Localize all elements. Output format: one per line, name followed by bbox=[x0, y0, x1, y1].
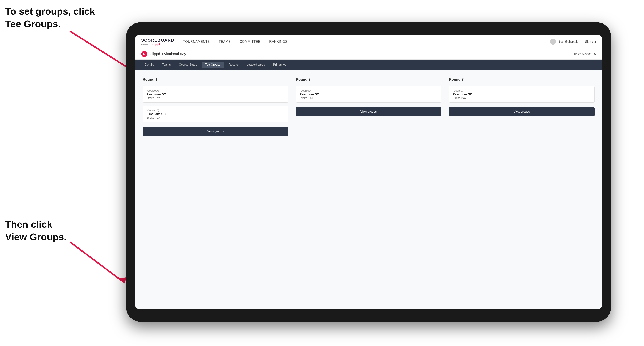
round-3-course-a-format: Stroke Play bbox=[453, 97, 591, 100]
round-1-title: Round 1 bbox=[142, 77, 288, 82]
user-email: blair@clippd.io bbox=[559, 40, 578, 43]
round-2-course-a-card: (Course A) Peachtree GC Stroke Play bbox=[296, 86, 442, 103]
top-nav: SCOREBOARD Powered by clippit TOURNAMENT… bbox=[135, 35, 602, 48]
round-2-column: Round 2 (Course A) Peachtree GC Stroke P… bbox=[296, 77, 442, 136]
svg-marker-1 bbox=[118, 277, 126, 284]
nav-right: blair@clippd.io | Sign out bbox=[550, 39, 596, 45]
tabs-bar: Details Teams Course Setup Tee Groups Re… bbox=[135, 60, 602, 70]
round-3-course-a-label: (Course A) bbox=[453, 89, 591, 92]
tournament-name: Clippd Invitational (My... bbox=[150, 52, 573, 56]
round-1-course-b-card: (Course B) East Lake GC Stroke Play bbox=[142, 106, 288, 122]
round-1-column: Round 1 (Course A) Peachtree GC Stroke P… bbox=[142, 77, 288, 136]
tab-course-setup[interactable]: Course Setup bbox=[175, 62, 201, 68]
round-2-view-groups-button[interactable]: View groups bbox=[296, 107, 442, 116]
round-1-view-groups-button[interactable]: View groups bbox=[142, 127, 288, 136]
instruction-top: To set groups, click Tee Groups. bbox=[5, 5, 95, 30]
main-content: Round 1 (Course A) Peachtree GC Stroke P… bbox=[135, 70, 602, 309]
tablet-screen: SCOREBOARD Powered by clippit TOURNAMENT… bbox=[135, 35, 602, 309]
tab-details[interactable]: Details bbox=[141, 62, 158, 68]
round-3-title: Round 3 bbox=[449, 77, 594, 82]
hosting-badge: Hosting bbox=[574, 52, 583, 55]
tab-printables[interactable]: Printables bbox=[270, 62, 290, 68]
round-1-course-a-name: Peachtree GC bbox=[146, 93, 284, 96]
tab-results[interactable]: Results bbox=[225, 62, 242, 68]
round-2-course-a-label: (Course A) bbox=[300, 89, 438, 92]
round-2-title: Round 2 bbox=[296, 77, 442, 82]
avatar bbox=[550, 39, 556, 45]
round-1-course-b-format: Stroke Play bbox=[146, 116, 284, 119]
round-3-course-a-card: (Course A) Peachtree GC Stroke Play bbox=[449, 86, 594, 103]
arrow-to-view-groups bbox=[59, 237, 137, 292]
instruction-bottom: Then click View Groups. bbox=[5, 218, 66, 243]
round-2-course-a-name: Peachtree GC bbox=[300, 93, 438, 96]
round-3-course-a-name: Peachtree GC bbox=[453, 93, 591, 96]
nav-items: TOURNAMENTS TEAMS COMMITTEE RANKINGS bbox=[183, 40, 550, 44]
logo-area: SCOREBOARD Powered by clippit bbox=[141, 38, 174, 46]
instruction-top-line1: To set groups, click bbox=[5, 6, 95, 17]
rounds-grid: Round 1 (Course A) Peachtree GC Stroke P… bbox=[142, 77, 594, 136]
cancel-x[interactable]: ✕ bbox=[594, 52, 596, 56]
round-1-course-b-name: East Lake GC bbox=[146, 112, 284, 116]
logo-c: clippit bbox=[152, 43, 160, 46]
round-1-course-b-label: (Course B) bbox=[146, 109, 284, 112]
tournament-header: C Clippd Invitational (My... Hosting Can… bbox=[135, 48, 602, 60]
nav-tournaments[interactable]: TOURNAMENTS bbox=[183, 40, 210, 44]
round-2-course-a-format: Stroke Play bbox=[300, 97, 438, 100]
logo-text: SCOREBOARD bbox=[141, 38, 174, 43]
tab-tee-groups[interactable]: Tee Groups bbox=[202, 62, 224, 68]
sign-out-link[interactable]: Sign out bbox=[585, 40, 596, 43]
tab-leaderboards[interactable]: Leaderboards bbox=[243, 62, 269, 68]
tee-groups-emphasis: Tee Groups bbox=[5, 18, 58, 29]
view-groups-emphasis: View Groups bbox=[5, 231, 64, 242]
nav-rankings[interactable]: RANKINGS bbox=[269, 40, 288, 44]
tournament-logo: C bbox=[141, 51, 147, 57]
tab-teams[interactable]: Teams bbox=[158, 62, 174, 68]
round-1-course-a-format: Stroke Play bbox=[146, 97, 284, 100]
instruction-bottom-line1: Then click bbox=[5, 219, 52, 230]
nav-committee[interactable]: COMMITTEE bbox=[240, 40, 260, 44]
round-1-course-a-label: (Course A) bbox=[146, 89, 284, 92]
round-1-course-a-card: (Course A) Peachtree GC Stroke Play bbox=[142, 86, 288, 103]
round-3-view-groups-button[interactable]: View groups bbox=[449, 107, 594, 116]
logo-sub: Powered by clippit bbox=[141, 43, 174, 46]
tablet-shell: SCOREBOARD Powered by clippit TOURNAMENT… bbox=[126, 22, 611, 322]
cancel-button[interactable]: Cancel bbox=[583, 52, 592, 56]
round-3-column: Round 3 (Course A) Peachtree GC Stroke P… bbox=[449, 77, 594, 136]
nav-teams[interactable]: TEAMS bbox=[219, 40, 231, 44]
